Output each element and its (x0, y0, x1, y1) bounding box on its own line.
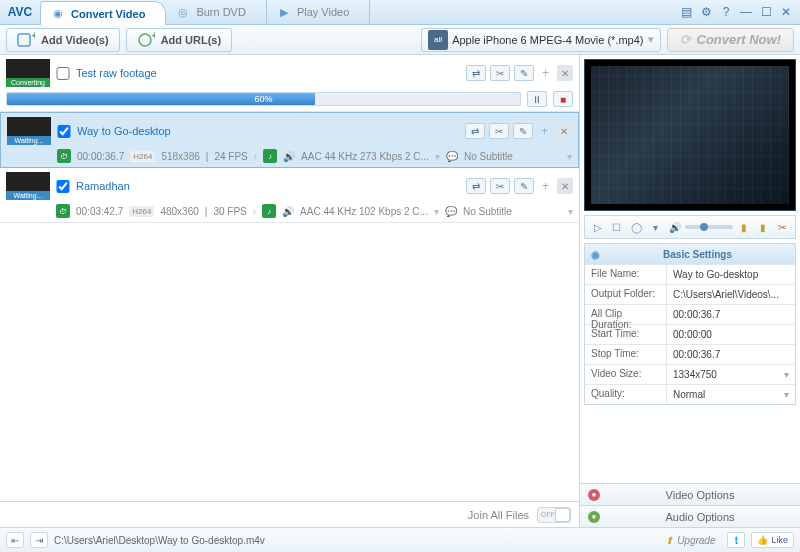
tab-burn-dvd[interactable]: ◎Burn DVD (166, 0, 267, 24)
swap-icon[interactable]: ⇄ (465, 123, 485, 139)
speaker-icon: 🔊 (282, 206, 294, 217)
settings-header[interactable]: ◉ Basic Settings (585, 244, 795, 264)
volume-slider[interactable] (685, 225, 733, 229)
remove-icon[interactable]: ✕ (557, 65, 573, 81)
chevron-down-icon[interactable]: ▾ (567, 151, 572, 162)
video-preview[interactable] (584, 59, 796, 211)
settings-icon[interactable]: ▤ (678, 4, 694, 20)
file-list: ConvertingTest raw footage⇄✂✎+✕60%⏸■Wait… (0, 55, 579, 501)
add-icon[interactable]: + (538, 179, 553, 193)
convert-now-button[interactable]: ⟳ Convert Now! (667, 28, 795, 52)
next-file-button[interactable]: ⇥ (30, 532, 48, 548)
wand-icon[interactable]: ✎ (513, 123, 533, 139)
speaker-icon: 🔊 (283, 151, 295, 162)
snapshot-icon[interactable]: ◯ (628, 219, 645, 235)
add-icon[interactable]: + (538, 66, 553, 80)
chevron-down-icon[interactable]: ▾ (435, 151, 440, 162)
setting-value[interactable]: Normal (667, 385, 795, 404)
setting-value: 00:00:36.7 (667, 305, 795, 324)
play-icon[interactable]: ▷ (589, 219, 606, 235)
scissors-icon[interactable]: ✂ (774, 219, 791, 235)
mark-in-icon[interactable]: ▮ (735, 219, 752, 235)
help-icon[interactable]: ? (718, 4, 734, 20)
item-checkbox[interactable] (56, 180, 70, 193)
minimize-icon[interactable]: — (738, 4, 754, 20)
remove-icon[interactable]: ✕ (557, 178, 573, 194)
wand-icon[interactable]: ✎ (514, 178, 534, 194)
add-videos-button[interactable]: + Add Video(s) (6, 28, 120, 52)
stop-icon[interactable]: ☐ (608, 219, 625, 235)
wand-icon[interactable]: ✎ (514, 65, 534, 81)
duration: 00:03:42.7 (76, 206, 123, 217)
setting-value[interactable]: 1334x750 (667, 365, 795, 384)
list-item[interactable]: Waiting...Ramadhan⇄✂✎+✕⏱00:03:42.7H26448… (0, 168, 579, 223)
settings-row[interactable]: Quality:Normal (585, 384, 795, 404)
chevron-right-icon[interactable]: › (253, 206, 256, 217)
chevron-down-icon[interactable]: ▾ (568, 206, 573, 217)
chevron-down-icon[interactable]: ▾ (647, 219, 664, 235)
status-badge: Waiting... (7, 136, 51, 145)
setting-value: Way to Go-desktop (667, 265, 795, 284)
tab-convert-video[interactable]: ◉Convert Video (40, 1, 166, 25)
settings-row[interactable]: Video Size:1334x750 (585, 364, 795, 384)
scissors-icon[interactable]: ✂ (490, 65, 510, 81)
subtitle-icon: 💬 (446, 151, 458, 162)
progress-pct: 60% (254, 93, 272, 105)
join-files-toggle[interactable]: OFF (537, 507, 571, 523)
upgrade-button[interactable]: ⬆ Upgrade (659, 535, 721, 546)
settings-row: Stop Time:00:00:36.7 (585, 344, 795, 364)
setting-key: File Name: (585, 265, 667, 284)
toggle-knob (555, 508, 570, 522)
remove-icon[interactable]: ✕ (556, 123, 572, 139)
setting-key: All Clip Duration: (585, 305, 667, 324)
add-urls-button[interactable]: + Add URL(s) (126, 28, 233, 52)
tab-label: Play Video (297, 6, 349, 18)
chevron-right-icon[interactable]: › (254, 151, 257, 162)
resolution: 480x360 (160, 206, 198, 217)
statusbar: ⇤ ⇥ C:\Users\Ariel\Desktop\Way to Go-des… (0, 527, 800, 552)
audio-options-row[interactable]: ● Audio Options (580, 505, 800, 527)
stop-record-icon[interactable]: ■ (553, 91, 573, 107)
video-options-row[interactable]: ● Video Options (580, 483, 800, 505)
prev-file-button[interactable]: ⇤ (6, 532, 24, 548)
volume-icon[interactable]: 🔊 (666, 219, 683, 235)
maximize-icon[interactable]: ☐ (758, 4, 774, 20)
tab-play-video[interactable]: ▶Play Video (267, 0, 370, 24)
mark-out-icon[interactable]: ▮ (755, 219, 772, 235)
svg-text:+: + (152, 31, 155, 41)
facebook-like-button[interactable]: 👍 Like (751, 532, 794, 548)
tab-icon: ◎ (176, 5, 190, 19)
gear-icon[interactable]: ⚙ (698, 4, 714, 20)
pause-icon[interactable]: ⏸ (527, 91, 547, 107)
subtitle-icon: 💬 (445, 206, 457, 217)
svg-point-2 (139, 34, 151, 46)
swap-icon[interactable]: ⇄ (466, 65, 486, 81)
item-actions: ⇄✂✎+✕ (466, 65, 573, 81)
list-item[interactable]: ConvertingTest raw footage⇄✂✎+✕60%⏸■ (0, 55, 579, 112)
window-controls: ▤ ⚙ ? — ☐ ✕ (672, 4, 800, 20)
audio-dot-icon: ● (588, 511, 600, 523)
subtitle-label: No Subtitle (463, 206, 512, 217)
video-options-label: Video Options (608, 489, 792, 501)
detail-row: ⏱00:03:42.7H264480x360|30 FPS›♪🔊AAC 44 K… (6, 204, 573, 218)
scissors-icon[interactable]: ✂ (490, 178, 510, 194)
app-logo: AVC (0, 5, 40, 19)
output-profile-select[interactable]: all Apple iPhone 6 MPEG-4 Movie (*.mp4) … (421, 28, 660, 52)
add-url-icon: + (137, 31, 155, 49)
swap-icon[interactable]: ⇄ (466, 178, 486, 194)
setting-key: Start Time: (585, 325, 667, 344)
chevron-down-icon[interactable]: ▾ (434, 206, 439, 217)
setting-value: C:\Users\Ariel\Videos\... (667, 285, 795, 304)
settings-row: File Name:Way to Go-desktop (585, 264, 795, 284)
item-checkbox[interactable] (56, 67, 70, 80)
audio-info: AAC 44 KHz 102 Kbps 2 C... (300, 206, 428, 217)
add-icon[interactable]: + (537, 124, 552, 138)
file-list-panel: ConvertingTest raw footage⇄✂✎+✕60%⏸■Wait… (0, 55, 580, 527)
item-checkbox[interactable] (57, 125, 71, 138)
twitter-button[interactable]: t (727, 532, 745, 548)
list-item[interactable]: Waiting...Way to Go-desktop⇄✂✎+✕⏱00:00:3… (0, 112, 579, 168)
close-icon[interactable]: ✕ (778, 4, 794, 20)
titlebar: AVC ◉Convert Video◎Burn DVD▶Play Video ▤… (0, 0, 800, 25)
setting-value: 00:00:36.7 (667, 345, 795, 364)
scissors-icon[interactable]: ✂ (489, 123, 509, 139)
